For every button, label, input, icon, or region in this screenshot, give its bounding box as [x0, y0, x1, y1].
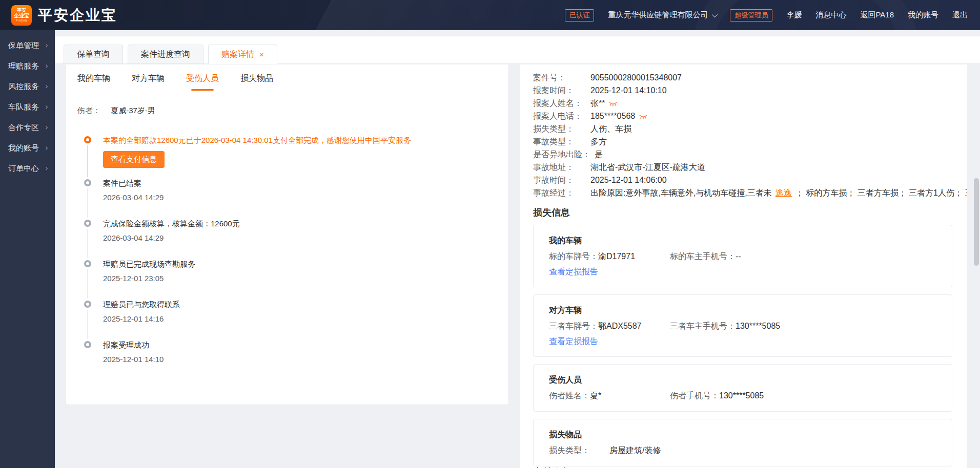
- chevron-right-icon: ›: [45, 123, 48, 132]
- eye-closed-icon[interactable]: [639, 113, 648, 120]
- tab-case-progress-query[interactable]: 案件进度查询: [128, 45, 203, 64]
- timeline-time: 2025-12-01 14:16: [103, 314, 508, 324]
- timeline-time: 2025-12-01 14:10: [103, 354, 508, 364]
- sidebar-item-claims-service[interactable]: 理赔服务 ›: [0, 56, 55, 76]
- role-badge: 超级管理员: [730, 9, 772, 22]
- card-title: 我的车辆: [549, 236, 936, 245]
- card-title: 损失物品: [549, 430, 936, 439]
- card-title: 受伤人员: [549, 375, 936, 385]
- detail-row-reporter-phone: 报案人电话： 185****0568: [533, 111, 967, 121]
- close-icon[interactable]: ×: [259, 50, 264, 59]
- detail-value: 90550002800015348007: [590, 73, 682, 83]
- panel-tab-my-vehicle[interactable]: 我的车辆: [77, 73, 110, 91]
- card-fields: 三者车牌号： 鄂ADX5587 三者车主手机号： 130****5085: [549, 321, 936, 331]
- sidebar-item-my-account[interactable]: 我的账号 ›: [0, 138, 55, 158]
- timeline-dot-icon: [84, 341, 91, 348]
- sidebar-item-label: 理赔服务: [8, 61, 39, 71]
- timeline-item: 理赔员已完成现场查勘服务 2025-12-01 23:05: [84, 259, 508, 300]
- tab-label: 案件进度查询: [141, 49, 190, 60]
- sidebar-item-risk-control[interactable]: 风控服务 ›: [0, 76, 55, 97]
- field-value: 夏*: [590, 391, 601, 401]
- page-scrollbar: [974, 30, 979, 467]
- nav-back-pa18[interactable]: 返回PA18: [860, 10, 894, 20]
- company-selector[interactable]: 重庆元华供应链管理有限公司: [608, 10, 716, 20]
- desc-text-before: 出险原因:意外事故,车辆意外,与机动车碰撞,三者未: [590, 188, 772, 198]
- card-field: 标的车牌号： 渝D17971: [549, 251, 655, 262]
- detail-value: 是: [595, 150, 603, 160]
- loss-cards: 我的车辆 标的车牌号： 渝D17971 标的车主手机号： -- 查看定损报告: [533, 225, 967, 466]
- field-value: 130****5085: [719, 391, 764, 401]
- panel-tab-lost-items[interactable]: 损失物品: [240, 73, 273, 91]
- tab-label: 保单查询: [77, 49, 110, 60]
- timeline-text: 理赔员已与您取得联系: [103, 300, 508, 309]
- scrollbar-thumb[interactable]: [974, 178, 979, 266]
- tabbar-wrap: 保单查询 案件进度查询 赔案详情 ×: [55, 30, 980, 64]
- timeline-item: 案件已结案 2026-03-04 14:29: [84, 178, 508, 219]
- eye-closed-icon[interactable]: [608, 100, 618, 107]
- card-field: 标的车主手机号： --: [670, 251, 741, 262]
- field-label: 标的车牌号：: [549, 251, 598, 262]
- brand-title: 平安企业宝: [38, 6, 117, 25]
- view-payment-info-button[interactable]: 查看支付信息: [103, 151, 165, 168]
- sidebar-item-label: 订单中心: [8, 164, 39, 174]
- detail-label: 事故时间：: [533, 175, 586, 185]
- chevron-right-icon: ›: [45, 82, 48, 91]
- detail-row-out-of-area: 是否异地出险： 是: [533, 150, 967, 160]
- field-label: 伤者姓名：: [549, 391, 590, 401]
- victim-row: 伤者： 夏威-37岁-男: [77, 106, 508, 116]
- user-name[interactable]: 李媛: [786, 10, 802, 20]
- detail-label: 报案人电话：: [533, 111, 586, 121]
- tab-policy-query[interactable]: 保单查询: [64, 45, 123, 64]
- timeline-dot-icon: [84, 301, 91, 308]
- timeline-item: 本案的全部赔款12600元已于2026-03-04 14:30:01支付全部完成…: [84, 135, 508, 178]
- chevron-right-icon: ›: [45, 102, 48, 112]
- field-value: 鄂ADX5587: [598, 321, 642, 331]
- next-section-title: 支付信息: [533, 466, 570, 468]
- timeline-text: 案件已结案: [103, 178, 508, 188]
- loss-card-my-vehicle: 我的车辆 标的车牌号： 渝D17971 标的车主手机号： -- 查看定损报告: [533, 225, 952, 287]
- company-name: 重庆元华供应链管理有限公司: [608, 10, 708, 20]
- timeline-time: 2025-12-01 23:05: [103, 273, 508, 283]
- timeline-dot-icon: [84, 179, 91, 186]
- timeline-item: 理赔员已与您取得联系 2025-12-01 14:16: [84, 300, 508, 340]
- masked-value: 185****0568: [590, 111, 635, 121]
- panel-tab-injured-person[interactable]: 受伤人员: [186, 73, 219, 91]
- nav-my-account[interactable]: 我的账号: [908, 10, 938, 20]
- sidebar-item-order-center[interactable]: 订单中心 ›: [0, 158, 55, 179]
- sidebar: 保单管理 › 理赔服务 › 风控服务 › 车队服务 › 合作专区 › 我的账号 …: [0, 30, 55, 468]
- panel-tab-other-vehicle[interactable]: 对方车辆: [132, 73, 165, 91]
- detail-label: 报案人姓名：: [533, 98, 586, 109]
- detail-value: 2025-12-01 14:10:10: [590, 86, 667, 96]
- detail-label: 案件号：: [533, 73, 586, 83]
- case-detail-panel: 案件号： 90550002800015348007 报案时间： 2025-12-…: [520, 65, 967, 468]
- tab-claim-detail[interactable]: 赔案详情 ×: [208, 45, 277, 64]
- sidebar-item-cooperation-zone[interactable]: 合作专区 ›: [0, 117, 55, 138]
- sidebar-item-label: 车队服务: [8, 102, 39, 112]
- view-loss-report-link[interactable]: 查看定损报告: [549, 267, 936, 276]
- timeline-dot-icon: [84, 136, 91, 143]
- sidebar-item-fleet-service[interactable]: 车队服务 ›: [0, 97, 55, 117]
- chevron-right-icon: ›: [45, 143, 48, 153]
- victim-value: 夏威-37岁-男: [111, 106, 155, 115]
- pingan-logo-icon: 平安 企业宝 PINGAN: [11, 5, 32, 26]
- nav-message-center[interactable]: 消息中心: [815, 10, 846, 20]
- detail-label: 事故经过：: [533, 188, 586, 198]
- timeline-item: 报案受理成功 2025-12-01 14:10: [84, 340, 508, 380]
- detail-label: 报案时间：: [533, 86, 586, 96]
- view-loss-report-link[interactable]: 查看定损报告: [549, 336, 936, 346]
- sidebar-item-policy-management[interactable]: 保单管理 ›: [0, 35, 55, 56]
- timeline-time: 2026-03-04 14:29: [103, 233, 508, 243]
- verified-badge: 已认证: [565, 9, 594, 22]
- desc-text-after: ； 标的方车损； 三者方车损； 三者方1人伤； 三者方0人亡；: [795, 188, 967, 198]
- timeline-dot-icon: [84, 220, 91, 227]
- detail-label: 是否异地出险：: [533, 150, 590, 160]
- detail-row-report-time: 报案时间： 2025-12-01 14:10:10: [533, 86, 967, 96]
- field-label: 标的车主手机号：: [670, 251, 736, 262]
- field-label: 三者车牌号：: [549, 321, 598, 331]
- nav-logout[interactable]: 退出: [952, 10, 968, 20]
- loss-card-other-vehicle: 对方车辆 三者车牌号： 鄂ADX5587 三者车主手机号： 130****508…: [533, 294, 952, 357]
- card-fields: 损失类型： 房屋建筑/装修: [549, 445, 936, 456]
- detail-value: 张**: [590, 98, 618, 109]
- claim-progress-card: 我的车辆 对方车辆 受伤人员 损失物品 伤者： 夏威-37岁-男 本案的全部赔款…: [65, 65, 509, 405]
- detail-value: 185****0568: [590, 111, 648, 121]
